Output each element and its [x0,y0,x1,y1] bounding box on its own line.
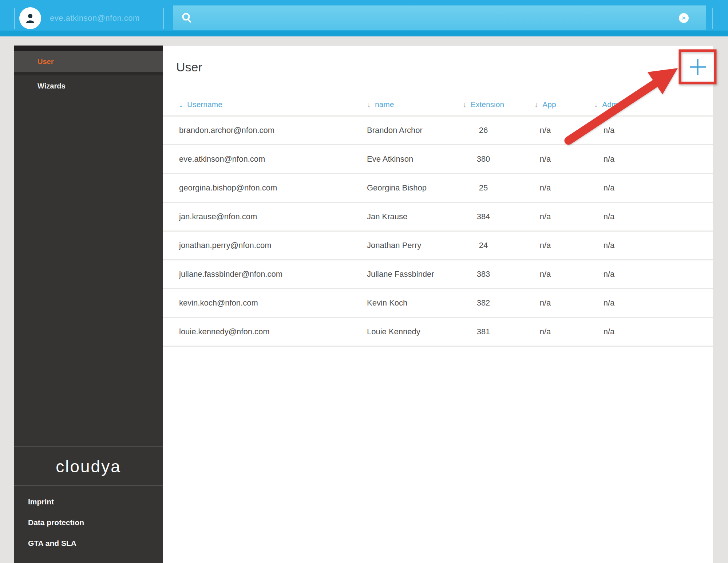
cell-name: Kevin Koch [367,298,451,308]
footer-link-imprint[interactable]: Imprint [14,491,163,512]
page-title: User [176,59,713,75]
cell-name: Eve Atkinson [367,154,451,164]
sidebar-item-label: User [37,58,54,66]
cell-extension: 383 [451,269,516,279]
plus-icon [689,58,707,76]
sort-arrow-icon: ↓ [179,101,183,109]
add-user-button[interactable] [681,51,715,83]
cell-name: Georgina Bishop [367,183,451,193]
table-row[interactable]: kevin.koch@nfon.comKevin Koch382n/an/a [163,289,713,318]
sort-arrow-icon: ↓ [463,101,466,109]
cell-admin: n/a [574,183,644,193]
column-header-label: name [375,100,394,109]
cell-admin: n/a [574,126,644,135]
cell-username: jan.krause@nfon.com [163,212,367,221]
cell-name: Jan Krause [367,212,451,221]
account-email[interactable]: eve.atkinson@nfon.com [50,0,140,36]
user-table-body: brandon.archor@nfon.comBrandon Archor26n… [163,117,713,347]
cell-app: n/a [516,298,574,308]
column-header-extension[interactable]: ↓Extension [451,100,516,109]
footer-link-gta-and-sla[interactable]: GTA and SLA [14,533,163,554]
cell-app: n/a [516,154,574,164]
cloudya-logo: cloudya [14,447,163,485]
cell-app: n/a [516,183,574,193]
sidebar-footer: cloudya ImprintData protectionGTA and SL… [14,446,163,563]
cell-app: n/a [516,327,574,336]
cell-app: n/a [516,212,574,221]
sidebar-top-strip [14,46,163,51]
cell-username: georgina.bishop@nfon.com [163,183,367,193]
sidebar: UserWizards cloudya ImprintData protecti… [14,46,163,563]
header-divider-right [712,8,713,29]
cell-username: kevin.koch@nfon.com [163,298,367,308]
sidebar-item-label: Wizards [37,82,66,90]
cell-name: Louie Kennedy [367,327,451,336]
cell-username: juliane.fassbinder@nfon.com [163,269,367,279]
cell-username: eve.atkinson@nfon.com [163,154,367,164]
cell-name: Brandon Archor [367,126,451,135]
cell-extension: 26 [451,126,516,135]
column-header-label: Admin [602,100,624,109]
header-divider-left [14,8,15,29]
sidebar-nav-divider [14,72,163,75]
cell-extension: 25 [451,183,516,193]
cell-admin: n/a [574,327,644,336]
footer-link-data-protection[interactable]: Data protection [14,512,163,533]
sidebar-item-user[interactable]: User [14,51,163,72]
cell-username: jonathan.perry@nfon.com [163,241,367,250]
cell-name: Jonathan Perry [367,241,451,250]
main-content-panel: User ↓Username↓name↓Extension↓App↓Admin … [163,46,713,563]
column-header-label: Extension [471,100,504,109]
cell-app: n/a [516,126,574,135]
user-avatar-icon [24,12,36,24]
table-row[interactable]: louie.kennedy@nfon.comLouie Kennedy381n/… [163,318,713,347]
app-window: { "header": { "account_email": "eve.atki… [0,0,728,563]
sidebar-nav: UserWizards [14,51,163,97]
column-header-name[interactable]: ↓name [367,100,451,109]
table-row[interactable]: juliane.fassbinder@nfon.comJuliane Fassb… [163,260,713,289]
search-input[interactable] [193,7,679,29]
top-header-bar: eve.atkinson@nfon.com ✕ [0,0,728,36]
sort-arrow-icon: ↓ [367,101,371,109]
table-header-row: ↓Username↓name↓Extension↓App↓Admin [163,94,713,117]
search-icon [181,12,193,24]
column-header-app[interactable]: ↓App [516,100,574,109]
table-row[interactable]: jonathan.perry@nfon.comJonathan Perry24n… [163,232,713,260]
cell-admin: n/a [574,212,644,221]
search-clear-icon[interactable]: ✕ [679,13,689,23]
cell-username: louie.kennedy@nfon.com [163,327,367,336]
sort-arrow-icon: ↓ [594,101,598,109]
table-row[interactable]: eve.atkinson@nfon.comEve Atkinson380n/an… [163,145,713,174]
table-row[interactable]: jan.krause@nfon.comJan Krause384n/an/a [163,203,713,232]
column-header-username[interactable]: ↓Username [163,100,367,109]
column-header-admin[interactable]: ↓Admin [574,100,644,109]
cell-extension: 381 [451,327,516,336]
account-avatar[interactable] [19,7,41,29]
table-row[interactable]: georgina.bishop@nfon.comGeorgina Bishop2… [163,174,713,203]
search-bar: ✕ [173,5,706,30]
cell-extension: 384 [451,212,516,221]
sort-arrow-icon: ↓ [534,101,538,109]
table-row[interactable]: brandon.archor@nfon.comBrandon Archor26n… [163,117,713,145]
cell-extension: 24 [451,241,516,250]
column-header-label: Username [187,100,222,109]
cell-admin: n/a [574,298,644,308]
cell-app: n/a [516,269,574,279]
sidebar-footer-links: ImprintData protectionGTA and SLA [14,486,163,563]
header-divider-mid [163,8,164,29]
cell-name: Juliane Fassbinder [367,269,451,279]
cell-admin: n/a [574,241,644,250]
cell-admin: n/a [574,269,644,279]
cell-extension: 380 [451,154,516,164]
column-header-label: App [542,100,556,109]
cell-app: n/a [516,241,574,250]
sidebar-item-wizards[interactable]: Wizards [14,75,163,97]
cell-extension: 382 [451,298,516,308]
cell-admin: n/a [574,154,644,164]
cell-username: brandon.archor@nfon.com [163,126,367,135]
